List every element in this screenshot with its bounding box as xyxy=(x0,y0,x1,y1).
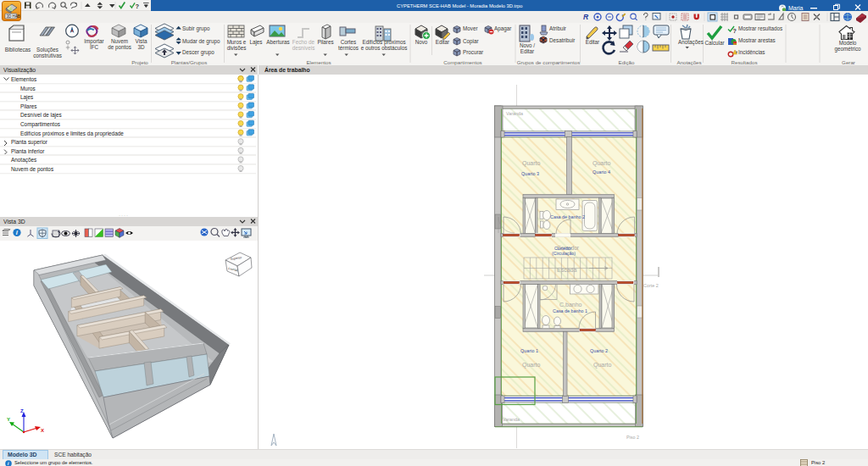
svg-text:C.banho: C.banho xyxy=(559,302,582,308)
svg-text:Escada: Escada xyxy=(557,267,576,273)
svg-text:Maria: Maria xyxy=(788,5,804,11)
svg-text:R: R xyxy=(583,13,589,21)
svg-text:Varanda: Varanda xyxy=(503,417,520,422)
svg-text:3D HAB: 3D HAB xyxy=(7,14,20,19)
svg-text:Quarto 2: Quarto 2 xyxy=(590,348,608,353)
svg-text:Quarto 1: Quarto 1 xyxy=(520,348,538,353)
svg-text:Corte 2: Corte 2 xyxy=(643,283,659,288)
svg-text:Quarto 3: Quarto 3 xyxy=(521,171,539,176)
svg-text:Varanda: Varanda xyxy=(506,111,523,116)
svg-text:Z: Z xyxy=(20,408,24,413)
svg-text:Casa de banho 2: Casa de banho 2 xyxy=(550,214,585,219)
svg-text:Y: Y xyxy=(7,417,10,422)
svg-text:Quarto: Quarto xyxy=(522,362,541,369)
svg-text:Quarto: Quarto xyxy=(593,362,612,369)
svg-text:Quarto: Quarto xyxy=(522,160,541,167)
svg-text:?: ? xyxy=(733,28,737,34)
svg-text:?: ? xyxy=(136,3,140,10)
svg-text:Casa de banho 1: Casa de banho 1 xyxy=(553,308,587,313)
svg-text:Piso 2: Piso 2 xyxy=(626,435,639,440)
svg-text:Quarto: Quarto xyxy=(593,160,611,167)
svg-text:X: X xyxy=(41,428,44,433)
svg-text:Quarto 4: Quarto 4 xyxy=(593,169,610,175)
svg-text:(Circulação): (Circulação) xyxy=(552,251,576,256)
